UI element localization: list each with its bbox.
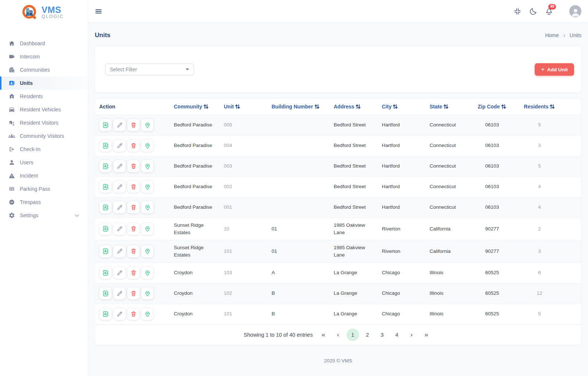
delete-icon[interactable] bbox=[127, 160, 140, 172]
cell-address: La Grange bbox=[329, 304, 377, 324]
sidebar-item-units[interactable]: Units bbox=[0, 76, 88, 90]
edit-icon[interactable] bbox=[113, 266, 126, 279]
location-icon[interactable] bbox=[141, 201, 154, 214]
sort-icon bbox=[443, 104, 449, 109]
column-header-community[interactable]: Community bbox=[169, 99, 219, 115]
gear-icon bbox=[8, 212, 15, 219]
sidebar-item-resident-vehicles[interactable]: Resident Vehicles bbox=[0, 103, 88, 116]
cell-community: Croydon bbox=[169, 304, 219, 324]
edit-icon[interactable] bbox=[113, 139, 126, 152]
cell-community: Bedford Paradise bbox=[169, 135, 219, 156]
sidebar-item-resident-visitors[interactable]: Resident Visitors bbox=[0, 116, 88, 129]
resident-contacts-icon[interactable] bbox=[99, 160, 112, 172]
resident-contacts-icon[interactable] bbox=[99, 245, 112, 258]
resident-contacts-icon[interactable] bbox=[99, 180, 112, 193]
sidebar-item-dashboard[interactable]: Dashboard bbox=[0, 37, 88, 50]
edit-icon[interactable] bbox=[113, 308, 126, 320]
delete-icon[interactable] bbox=[127, 139, 140, 152]
column-header-unit[interactable]: Unit bbox=[219, 99, 267, 115]
resident-contacts-icon[interactable] bbox=[99, 119, 112, 131]
cell-zip: 06103 bbox=[469, 176, 516, 197]
cell-unit: 001 bbox=[219, 197, 267, 218]
resident-contacts-icon[interactable] bbox=[99, 266, 112, 279]
location-icon[interactable] bbox=[141, 287, 154, 300]
table-row: Croydon101BLa GrangeChicagoIllinois60525… bbox=[95, 304, 581, 324]
pagination-page-4[interactable]: 4 bbox=[391, 329, 403, 341]
cell-city: Riverton bbox=[377, 218, 425, 240]
location-icon[interactable] bbox=[141, 180, 154, 193]
delete-icon[interactable] bbox=[127, 180, 140, 193]
resident-contacts-icon[interactable] bbox=[99, 308, 112, 320]
delete-icon[interactable] bbox=[127, 287, 140, 300]
column-header-residents[interactable]: Residents bbox=[516, 99, 563, 115]
column-header-building-number[interactable]: Building Number bbox=[267, 99, 329, 115]
delete-icon[interactable] bbox=[127, 201, 140, 214]
house-person-icon bbox=[8, 93, 15, 100]
location-icon[interactable] bbox=[141, 119, 154, 131]
breadcrumb-home[interactable]: Home bbox=[545, 32, 559, 38]
sidebar-item-residents[interactable]: Residents bbox=[0, 90, 88, 103]
sidebar-item-check-in[interactable]: Check-In bbox=[0, 143, 88, 156]
sidebar-item-users[interactable]: Users bbox=[0, 156, 88, 169]
pagination-next[interactable]: › bbox=[405, 329, 418, 341]
pagination-first[interactable]: « bbox=[317, 329, 330, 341]
compress-icon[interactable] bbox=[513, 7, 522, 16]
edit-icon[interactable] bbox=[113, 223, 126, 235]
cell-address: La Grange bbox=[329, 283, 377, 304]
sidebar-item-parking-pass[interactable]: Parking Pass bbox=[0, 182, 88, 196]
sidebar-item-communities[interactable]: Communities bbox=[0, 63, 88, 76]
sidebar-item-settings[interactable]: Settings bbox=[0, 209, 88, 222]
menu-icon[interactable] bbox=[94, 7, 103, 16]
brand-logo[interactable]: VMS QLOGIC bbox=[0, 0, 88, 24]
column-header-state[interactable]: State bbox=[425, 99, 469, 115]
column-header-address[interactable]: Address bbox=[329, 99, 377, 115]
column-header-zip-code[interactable]: Zip Code bbox=[469, 99, 516, 115]
cell-community: Sunset Ridge Estates bbox=[169, 240, 219, 262]
filter-select[interactable]: Select Filter bbox=[105, 64, 194, 75]
cell-state: California bbox=[425, 240, 469, 262]
sidebar-item-trespass[interactable]: Trespass bbox=[0, 196, 88, 209]
cell-building bbox=[267, 115, 329, 135]
location-icon[interactable] bbox=[141, 139, 154, 152]
edit-icon[interactable] bbox=[113, 180, 126, 193]
sidebar-item-community-visitors[interactable]: Community Visitors bbox=[0, 129, 88, 143]
delete-icon[interactable] bbox=[127, 223, 140, 235]
sort-icon bbox=[314, 104, 320, 109]
sidebar-item-label: Intercom bbox=[20, 54, 40, 60]
location-icon[interactable] bbox=[141, 223, 154, 235]
resident-contacts-icon[interactable] bbox=[99, 287, 112, 300]
resident-contacts-icon[interactable] bbox=[99, 223, 112, 235]
dark-mode-icon[interactable] bbox=[529, 7, 538, 16]
pagination-page-3[interactable]: 3 bbox=[376, 329, 388, 341]
edit-icon[interactable] bbox=[113, 160, 126, 172]
location-icon[interactable] bbox=[141, 245, 154, 258]
edit-icon[interactable] bbox=[113, 119, 126, 131]
sidebar-item-intercom[interactable]: Intercom bbox=[0, 50, 88, 63]
pagination-page-1[interactable]: 1 bbox=[347, 329, 359, 341]
notifications-icon[interactable]: 49 bbox=[545, 7, 553, 16]
pagination-page-2[interactable]: 2 bbox=[361, 329, 374, 341]
delete-icon[interactable] bbox=[127, 245, 140, 258]
topbar-actions: 49 bbox=[513, 5, 581, 17]
location-icon[interactable] bbox=[141, 160, 154, 172]
pagination-prev[interactable]: ‹ bbox=[332, 329, 344, 341]
table-row: Bedford Paradise002Bedford StreetHartfor… bbox=[95, 176, 581, 197]
table-row: Bedford Paradise003Bedford StreetHartfor… bbox=[95, 156, 581, 176]
location-icon[interactable] bbox=[141, 308, 154, 320]
sidebar-item-incident[interactable]: Incident bbox=[0, 169, 88, 182]
pagination-last[interactable]: » bbox=[420, 329, 433, 341]
cell-community: Bedford Paradise bbox=[169, 197, 219, 218]
column-header-city[interactable]: City bbox=[377, 99, 425, 115]
location-icon[interactable] bbox=[141, 266, 154, 279]
add-unit-button[interactable]: + Add Unit bbox=[535, 63, 574, 76]
delete-icon[interactable] bbox=[127, 266, 140, 279]
resident-contacts-icon[interactable] bbox=[99, 139, 112, 152]
edit-icon[interactable] bbox=[113, 201, 126, 214]
edit-icon[interactable] bbox=[113, 287, 126, 300]
edit-icon[interactable] bbox=[113, 245, 126, 258]
delete-icon[interactable] bbox=[127, 119, 140, 131]
resident-contacts-icon[interactable] bbox=[99, 201, 112, 214]
delete-icon[interactable] bbox=[127, 308, 140, 320]
user-avatar[interactable] bbox=[569, 5, 581, 17]
table-row: Sunset Ridge Estates101011985 Oakview La… bbox=[95, 240, 581, 262]
